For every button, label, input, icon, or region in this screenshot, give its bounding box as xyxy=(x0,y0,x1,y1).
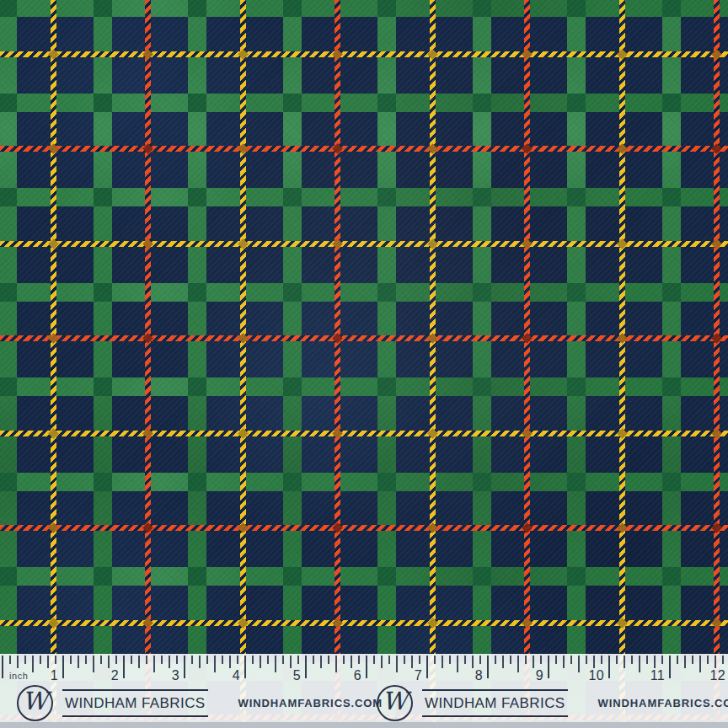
ruler-tick xyxy=(335,656,337,672)
ruler-tick xyxy=(153,656,155,672)
plaid-band-crossing xyxy=(283,0,302,17)
plaid-band-crossing xyxy=(567,567,586,586)
ruler-tick xyxy=(252,656,254,664)
ruler-tick xyxy=(85,656,87,664)
ruler-tick xyxy=(282,656,284,664)
ruler-tick xyxy=(669,656,671,678)
plaid-band-crossing xyxy=(662,567,681,586)
plaid-band-crossing xyxy=(0,473,17,491)
ruler-tick xyxy=(624,656,625,668)
brand-wordmark: WINDHAM FABRICS xyxy=(422,689,568,717)
ruler-unit-label: inch xyxy=(9,671,29,681)
ruler-tick xyxy=(169,656,170,668)
ruler-tick xyxy=(24,656,26,664)
plaid-band-crossing xyxy=(94,567,112,586)
ruler-tick xyxy=(555,656,557,664)
ruler-number: 4 xyxy=(233,668,240,683)
ruler-tick xyxy=(442,656,443,668)
ruler-number: 10 xyxy=(589,668,604,683)
plaid-band-crossing xyxy=(377,0,396,17)
logo-letter: W xyxy=(23,689,48,714)
plaid-band-crossing xyxy=(0,283,17,302)
ruler-number: 2 xyxy=(111,668,119,683)
ruler-tick xyxy=(55,656,56,664)
ruler-tick xyxy=(131,656,132,664)
ruler-tick xyxy=(214,656,216,672)
ruler-tick xyxy=(586,656,587,664)
ruler-tick xyxy=(191,656,193,664)
ruler-tick xyxy=(570,656,572,664)
brand-footer-group: W WINDHAM FABRICS WINDHAMFABRICS.COM xyxy=(17,684,383,721)
ruler-tick xyxy=(78,656,79,668)
ruler-tick xyxy=(70,656,72,664)
ruler-tick xyxy=(707,656,709,664)
ruler-tick xyxy=(404,656,405,664)
plaid-band-crossing xyxy=(283,188,302,206)
plaid-band-crossing xyxy=(94,188,112,206)
ruler-tick xyxy=(313,656,314,664)
plaid-band-crossing xyxy=(473,473,491,491)
brand-website: WINDHAMFABRICS.COM xyxy=(238,697,383,709)
ruler-tick xyxy=(93,656,94,672)
ruler-tick xyxy=(100,656,102,664)
plaid-band-crossing xyxy=(377,283,396,302)
plaid-band-crossing xyxy=(567,283,586,302)
windham-logo-icon: W xyxy=(377,685,413,721)
plaid-band-crossing xyxy=(283,283,302,302)
ruler-tick xyxy=(320,656,322,668)
plaid-band-crossing xyxy=(662,188,681,206)
plaid-band-crossing xyxy=(94,94,112,112)
ruler-tick xyxy=(297,656,299,664)
ruler-tick xyxy=(593,656,595,668)
ruler-tick xyxy=(449,656,451,664)
plaid-band-crossing xyxy=(377,94,396,112)
ruler-tick xyxy=(396,656,398,672)
plaid-band-crossing xyxy=(94,0,112,17)
plaid-fabric xyxy=(0,0,728,728)
ruler-tick xyxy=(47,656,49,668)
plaid-band-crossing xyxy=(283,377,302,396)
ruler-tick xyxy=(305,656,307,678)
info-strip: inch W WINDHAM FABRICS WINDHAMFABRICS.CO… xyxy=(0,654,728,722)
ruler-number: 5 xyxy=(293,668,301,683)
ruler-number: 6 xyxy=(354,668,361,683)
plaid-band-crossing xyxy=(473,567,491,586)
ruler-tick xyxy=(184,656,185,678)
ruler-tick xyxy=(578,656,580,672)
ruler-tick xyxy=(161,656,163,664)
ruler-tick xyxy=(699,656,701,672)
plaid-band-crossing xyxy=(473,188,491,206)
windham-logo-icon: W xyxy=(17,685,53,721)
ruler-tick xyxy=(9,656,11,664)
ruler-tick xyxy=(358,656,360,664)
ruler-tick xyxy=(639,656,640,672)
ruler-tick xyxy=(692,656,693,664)
ruler-tick xyxy=(608,656,610,678)
plaid-band-crossing xyxy=(94,473,112,491)
plaid-band-crossing xyxy=(188,0,206,17)
ruler-tick xyxy=(2,656,3,678)
plaid-band-crossing xyxy=(188,188,206,206)
ruler-tick xyxy=(563,656,565,668)
ruler-tick xyxy=(199,656,201,668)
plaid-band-crossing xyxy=(567,188,586,206)
ruler-tick xyxy=(267,656,269,664)
ruler-tick xyxy=(244,656,246,678)
ruler-tick xyxy=(275,656,276,672)
plaid-band-crossing xyxy=(662,473,681,491)
ruler-tick xyxy=(351,656,352,668)
plaid-band-crossing xyxy=(0,0,17,17)
plaid-band-crossing xyxy=(473,0,491,17)
logo-letter: W xyxy=(383,689,408,714)
ruler-number: 8 xyxy=(475,668,483,683)
ruler-tick xyxy=(495,656,496,664)
ruler-tick xyxy=(677,656,678,664)
ruler-tick xyxy=(722,656,724,664)
plaid-band-crossing xyxy=(0,567,17,586)
ruler-tick xyxy=(601,656,602,664)
ruler-tick xyxy=(40,656,41,664)
ruler-tick xyxy=(206,656,208,664)
ruler-tick xyxy=(646,656,648,664)
ruler-tick xyxy=(684,656,686,668)
ruler-tick xyxy=(62,656,64,678)
